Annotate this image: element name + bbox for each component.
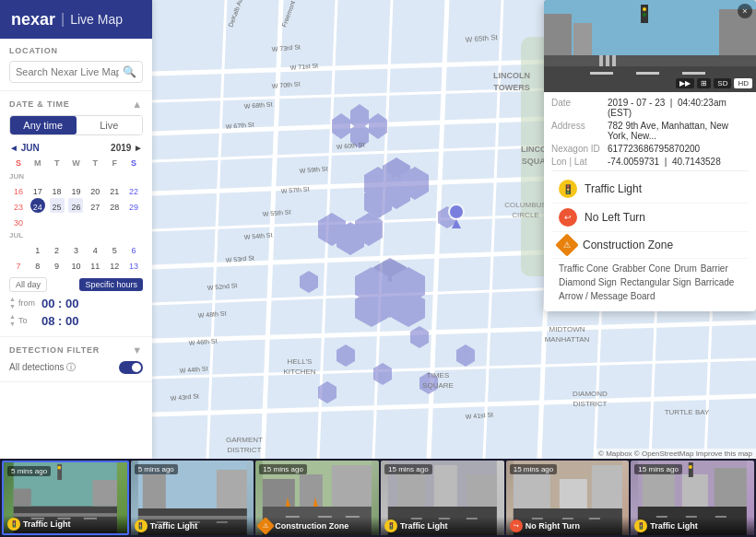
prev-month-button[interactable]: ◄ JUN (9, 143, 40, 153)
cal-header-tue: T (48, 157, 66, 169)
popup-image: × ▶▶ ⊞ SD HD (544, 0, 756, 92)
popup-hd-button[interactable]: HD (734, 78, 752, 88)
sub-tag-barrier: Barrier (701, 263, 728, 274)
cal-day[interactable]: 23 (11, 198, 26, 213)
search-box[interactable]: 🔍 (9, 61, 143, 83)
strip-item-4[interactable]: 15 mins ago 🚦 Traffic Light (381, 461, 504, 535)
detections-toggle[interactable] (119, 361, 143, 374)
strip-item-2[interactable]: 5 mins ago 🚦 Traffic Light (131, 461, 254, 535)
cal-day[interactable]: 5 (107, 241, 122, 256)
cal-day[interactable]: 20 (88, 182, 102, 197)
svg-point-115 (57, 466, 61, 470)
no-left-turn-icon: ↩ (559, 208, 577, 227)
detection-no-left-turn[interactable]: ↩ No Left Turn (551, 204, 749, 232)
cal-day[interactable]: 10 (68, 257, 83, 272)
cal-day[interactable]: 4 (88, 241, 102, 256)
datetime-section: DATE & TIME ▲ Any time Live ◄ JUN 2019 ►… (0, 91, 152, 337)
all-day-button[interactable]: All day (9, 277, 47, 292)
datetime-collapse-icon[interactable]: ▲ (132, 99, 143, 110)
search-icon[interactable]: 🔍 (123, 65, 136, 78)
map-container[interactable]: W 73rd St W 71st St W 70th St W 68th St … (152, 0, 756, 459)
strip-time-4: 15 mins ago (384, 464, 432, 474)
detection-filter-section: DETECTION FILTER ▼ All detections ⓘ (0, 337, 152, 382)
strip-icon-1: 🚦 (7, 518, 20, 531)
svg-rect-93 (573, 23, 592, 55)
cal-day[interactable]: 21 (107, 182, 122, 197)
specific-hours-button[interactable]: Specific hours (79, 278, 143, 291)
strip-item-1[interactable]: 5 mins ago 🚦 Traffic Light (2, 461, 129, 535)
popup-sd-button[interactable]: SD (714, 78, 731, 88)
svg-rect-120 (217, 470, 247, 508)
strip-item-6[interactable]: 15 mins ago 🚦 Traffic Light (631, 461, 754, 535)
detection-traffic-light[interactable]: 🚦 Traffic Light (551, 175, 749, 204)
svg-rect-112 (14, 489, 31, 507)
cal-day-empty (88, 214, 102, 228)
cal-day[interactable]: 13 (126, 257, 141, 272)
cal-day[interactable]: 17 (30, 182, 45, 197)
cal-day[interactable]: 18 (50, 182, 65, 197)
cal-day[interactable]: 30 (11, 214, 26, 228)
cal-day-selected[interactable]: 24 (30, 198, 45, 213)
cal-day-range[interactable]: 25 (50, 198, 65, 213)
strip-icon-6: 🚦 (634, 519, 647, 532)
cal-header-wed: W (67, 157, 86, 169)
info-popup: × ▶▶ ⊞ SD HD Date 2019 - 07 - 23 (544, 0, 756, 311)
cal-day[interactable]: 8 (30, 257, 45, 272)
info-icon[interactable]: ⓘ (66, 361, 76, 374)
traffic-light-label: Traffic Light (585, 182, 642, 195)
cal-day[interactable]: 16 (11, 182, 26, 197)
filter-label-row: All detections ⓘ (9, 361, 76, 374)
cal-day[interactable]: 7 (11, 257, 26, 272)
svg-text:MIDTOWN: MIDTOWN (549, 325, 585, 333)
cal-day[interactable]: 22 (126, 182, 141, 197)
sub-detections: Traffic Cone Grabber Cone Drum Barrier D… (551, 259, 749, 306)
cal-day[interactable]: 28 (107, 198, 122, 213)
time-to-row: ▲▼ To 08 : 00 (9, 313, 143, 329)
cal-day[interactable]: 11 (88, 257, 102, 272)
time-toggle: Any time Live (9, 115, 143, 135)
strip-time-6: 15 mins ago (634, 464, 682, 474)
svg-text:COLUMBUS: COLUMBUS (504, 201, 546, 209)
search-input[interactable] (16, 66, 119, 77)
current-month-label: 2019 ► (111, 143, 143, 153)
traffic-light-icon: 🚦 (559, 180, 577, 198)
live-button[interactable]: Live (77, 116, 143, 134)
strip-item-5[interactable]: 15 mins ago ↪ No Right Turn (506, 461, 630, 535)
cal-day[interactable]: 1 (30, 241, 45, 256)
svg-rect-163 (689, 462, 693, 477)
popup-info: Date 2019 - 07 - 23 | 04:40:23am (EST) A… (544, 92, 756, 311)
cal-day[interactable]: 9 (50, 257, 65, 272)
to-time-value[interactable]: 08 : 00 (41, 314, 78, 328)
sub-tag-grabber: Grabber Cone (612, 263, 670, 274)
cal-day-empty (107, 214, 122, 228)
cal-day[interactable]: 3 (68, 241, 83, 256)
popup-grid-button[interactable]: ⊞ (697, 78, 711, 88)
strip-det-text-5: No Right Turn (526, 521, 580, 531)
detection-construction[interactable]: ⚠ Construction Zone (551, 232, 749, 259)
cal-day[interactable]: 27 (88, 198, 102, 213)
svg-point-164 (689, 465, 692, 469)
from-time-value[interactable]: 00 : 00 (41, 297, 78, 310)
cal-day[interactable]: 2 (50, 241, 65, 256)
strip-time-5: 15 mins ago (510, 464, 558, 474)
popup-play-button[interactable]: ▶▶ (676, 78, 694, 88)
svg-rect-101 (612, 55, 616, 66)
detection-filter-title: DETECTION FILTER ▼ (9, 344, 143, 356)
svg-rect-113 (92, 480, 117, 507)
popup-close-button[interactable]: × (738, 4, 752, 18)
svg-point-104 (643, 13, 646, 17)
cal-day-empty (68, 214, 83, 228)
svg-rect-140 (434, 465, 457, 507)
cal-day[interactable]: 12 (107, 257, 122, 272)
filter-collapse-icon[interactable]: ▼ (132, 344, 143, 356)
cal-day[interactable]: 19 (68, 182, 83, 197)
info-address-row: Address 782 9th Ave, Manhattan, New York… (551, 121, 749, 141)
strip-label-6: 🚦 Traffic Light (631, 517, 754, 535)
anytime-button[interactable]: Any time (10, 116, 77, 134)
nexagon-value: 617723686795870200 (608, 144, 700, 154)
time-range: ▲▼ from 00 : 00 ▲▼ To 08 : 00 (9, 296, 143, 329)
cal-day[interactable]: 6 (126, 241, 141, 256)
strip-item-3[interactable]: 15 mins ago ⚠ Construction Zone (255, 461, 379, 535)
cal-day[interactable]: 29 (126, 198, 141, 213)
cal-day-range[interactable]: 26 (68, 198, 83, 213)
